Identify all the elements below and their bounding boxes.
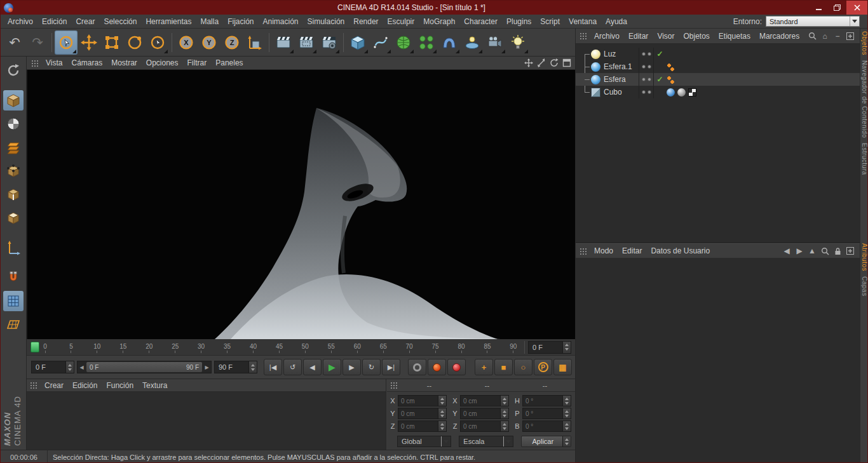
viewport-menu-filtrar[interactable]: Filtrar [183, 58, 212, 67]
edges-mode-button[interactable] [3, 184, 24, 205]
object-name[interactable]: Esfera.1 [604, 62, 639, 71]
viewport-menu-vista[interactable]: Vista [41, 58, 67, 67]
attribute-menu-datos-de-usuario[interactable]: Datos de Usuario [646, 246, 714, 255]
search-icon[interactable] [820, 246, 830, 256]
menu-script[interactable]: Script [536, 17, 564, 26]
materials-menu-textura[interactable]: Textura [138, 381, 172, 390]
make-editable-button[interactable] [3, 60, 24, 81]
search-icon[interactable] [807, 31, 817, 41]
key-scale-toggle[interactable]: ■ [494, 359, 513, 375]
previous-frame-button[interactable]: ◀ [303, 359, 322, 375]
object-name[interactable]: Esfera [604, 75, 639, 84]
rotation-b-field[interactable]: 0 ° [522, 420, 571, 432]
menu-animacion[interactable]: Animación [259, 17, 303, 26]
menu-character[interactable]: Character [459, 17, 502, 26]
enable-axis-button[interactable] [3, 238, 24, 258]
history-back-icon[interactable]: ◀ [782, 246, 792, 256]
field-stepper[interactable] [562, 421, 571, 431]
snap-settings-button[interactable] [3, 267, 24, 288]
menu-ventana[interactable]: Ventana [564, 17, 601, 26]
field-stepper[interactable] [438, 421, 446, 431]
panel-tab-capas[interactable]: Capas [860, 276, 868, 296]
object-menu-archivo[interactable]: Archivo [590, 32, 624, 41]
menu-herramientas[interactable]: Herramientas [141, 17, 196, 26]
position-z-field[interactable]: 0 cm [398, 420, 447, 432]
rotation-p-field[interactable]: 0 ° [522, 408, 571, 419]
panel-grip-icon[interactable] [579, 32, 587, 40]
rotate-view-button[interactable] [548, 58, 560, 69]
menu-ayuda[interactable]: Ayuda [601, 17, 632, 26]
menu-esculpir[interactable]: Esculpir [383, 17, 419, 26]
polygons-mode-button[interactable] [3, 208, 24, 228]
next-frame-button[interactable]: ▶ [342, 359, 361, 375]
redo-button[interactable]: ↷ [26, 30, 49, 55]
panel-grip-icon[interactable] [29, 381, 37, 389]
render-view-button[interactable] [272, 30, 295, 55]
visibility-dots[interactable] [639, 73, 654, 86]
object-row-cubo[interactable]: Cubo [576, 86, 860, 98]
live-selection-tool-button[interactable] [55, 30, 78, 55]
coordinate-header-1[interactable]: -- [458, 382, 516, 389]
menu-render[interactable]: Render [349, 17, 383, 26]
visibility-dots[interactable] [639, 48, 654, 60]
viewport-menu-camaras[interactable]: Cámaras [67, 58, 107, 67]
materials-menu-crear[interactable]: Crear [40, 381, 68, 390]
coordinate-system-button[interactable] [243, 30, 266, 55]
add-subdivision-surface-button[interactable] [392, 30, 415, 55]
autokey-button[interactable] [447, 359, 466, 375]
panel-tab-navegador-de-contenido[interactable]: Navegador de Contenido [860, 60, 868, 138]
timeline-ruler[interactable]: 051015202530354045505560657075808590 0 F [27, 339, 575, 356]
coordinate-header-2[interactable]: -- [516, 382, 574, 389]
end-frame-stepper[interactable] [248, 361, 257, 373]
menu-edicion[interactable]: Edición [37, 17, 71, 26]
menu-archivo[interactable]: Archivo [3, 17, 37, 26]
preview-range-slider[interactable]: ◀ 0 F 90 F ▶ [77, 361, 212, 373]
set-key-button[interactable] [408, 359, 426, 375]
home-icon[interactable]: ⌂ [820, 31, 830, 41]
object-name[interactable]: Cubo [604, 88, 639, 97]
field-stepper[interactable] [562, 408, 571, 419]
object-name[interactable]: Luz [604, 50, 639, 58]
size-y-field[interactable]: 0 cm [460, 408, 509, 419]
pin-icon[interactable]: ▲ [807, 246, 817, 256]
menu-malla[interactable]: Malla [196, 17, 223, 26]
slider-right-arrow-icon[interactable]: ▶ [203, 365, 211, 370]
frame-stepper[interactable] [562, 342, 571, 353]
viewport-menu-opciones[interactable]: Opciones [142, 58, 183, 67]
menu-crear[interactable]: Crear [71, 17, 99, 26]
minimize-button[interactable] [810, 1, 828, 15]
field-stepper[interactable] [562, 396, 571, 406]
material-list[interactable] [27, 392, 386, 450]
add-camera-button[interactable] [484, 30, 506, 55]
range-slider-handle[interactable]: 0 F 90 F [86, 362, 202, 372]
environment-select[interactable]: Standard [766, 16, 860, 27]
field-stepper[interactable] [438, 396, 446, 406]
menu-simulacion[interactable]: Simulación [303, 17, 349, 26]
undo-button[interactable]: ↶ [3, 30, 26, 55]
visibility-dots[interactable] [639, 86, 654, 98]
field-stepper[interactable] [500, 408, 508, 419]
materials-menu-funcion[interactable]: Función [102, 381, 138, 390]
end-frame-field[interactable]: 90 F [214, 361, 257, 373]
lock-z-axis-button[interactable]: Z [220, 30, 243, 55]
check-tag-icon[interactable]: ✓ [656, 76, 664, 84]
history-forward-icon[interactable]: ▶ [794, 246, 804, 256]
key-parameter-toggle[interactable]: P [534, 359, 552, 375]
apply-button[interactable]: Aplicar [521, 436, 571, 447]
visibility-dots[interactable] [639, 60, 654, 73]
phong-tag-icon[interactable] [667, 88, 675, 97]
materials-menu-edicion[interactable]: Edición [68, 381, 102, 390]
size-z-field[interactable]: 0 cm [460, 420, 509, 432]
panel-tab-atributos[interactable]: Atributos [860, 243, 868, 271]
object-menu-objetos[interactable]: Objetos [679, 32, 714, 41]
current-frame-marker[interactable] [31, 342, 39, 352]
attribute-editor[interactable] [576, 258, 860, 463]
gray-ball-tag-icon[interactable] [677, 88, 686, 97]
object-menu-etiquetas[interactable]: Etiquetas [714, 32, 755, 41]
panel-tab-objetos[interactable]: Objetos [860, 31, 868, 55]
add-light-button[interactable] [506, 30, 529, 55]
orange-dots-tag-icon[interactable] [667, 63, 675, 71]
viewport-menu-paneles[interactable]: Paneles [211, 58, 247, 67]
object-tree[interactable]: Luz✓Esfera.1Esfera✓Cubo [576, 44, 860, 243]
rotate-tool-button[interactable] [123, 30, 146, 55]
